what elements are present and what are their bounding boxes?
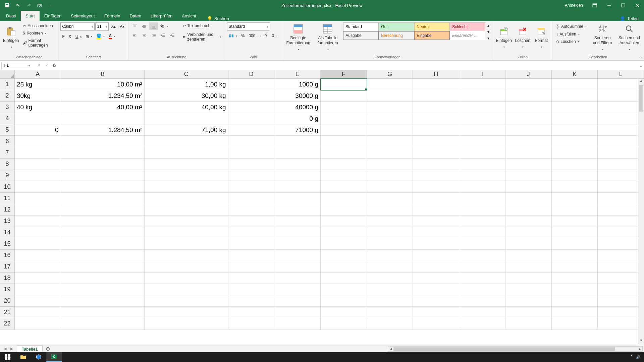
cell[interactable]: [413, 136, 459, 147]
cell[interactable]: [228, 79, 275, 90]
cell[interactable]: [552, 261, 598, 273]
italic-button[interactable]: K: [67, 33, 73, 40]
find-select-button[interactable]: Suchen und Auswählen: [616, 22, 642, 53]
cell[interactable]: [505, 124, 552, 136]
underline-button[interactable]: U: [74, 33, 84, 40]
cell[interactable]: [274, 227, 321, 238]
cell[interactable]: [552, 284, 598, 295]
cell[interactable]: [413, 170, 459, 181]
cell[interactable]: [413, 284, 459, 295]
cell[interactable]: [552, 102, 598, 113]
start-button[interactable]: [0, 352, 15, 362]
cell[interactable]: [459, 181, 505, 193]
font-size-combo[interactable]: 11: [95, 22, 109, 31]
cell[interactable]: 30,00 kg: [145, 90, 228, 102]
cell[interactable]: [367, 136, 413, 147]
cell[interactable]: [274, 261, 321, 273]
horizontal-scrollbar[interactable]: ◀ ▶: [388, 346, 643, 352]
scroll-up-button[interactable]: ▲: [638, 79, 644, 84]
autosum-button[interactable]: ∑AutoSumme: [554, 22, 588, 30]
cell[interactable]: [413, 250, 459, 261]
cell[interactable]: [15, 216, 61, 227]
clear-button[interactable]: ◇Löschen: [554, 38, 588, 45]
ribbon-display-button[interactable]: [588, 0, 602, 11]
cell[interactable]: [15, 113, 61, 124]
bold-button[interactable]: F: [60, 33, 66, 40]
cell[interactable]: [598, 124, 644, 136]
taskbar-edge[interactable]: [31, 352, 46, 362]
cell[interactable]: [321, 113, 367, 124]
cell[interactable]: 71,00 kg: [145, 124, 228, 136]
cell[interactable]: [552, 193, 598, 204]
collapse-ribbon-button[interactable]: ︿: [639, 54, 643, 59]
paste-button[interactable]: Einfügen: [2, 22, 20, 53]
column-header[interactable]: A: [15, 70, 61, 78]
cell[interactable]: [15, 273, 61, 284]
cell[interactable]: [459, 284, 505, 295]
cell[interactable]: [505, 159, 552, 170]
sheet-prev-button[interactable]: ◀: [2, 346, 8, 352]
cell-style-option[interactable]: Neutral: [414, 22, 450, 31]
cell[interactable]: [61, 227, 145, 238]
insert-cells-button[interactable]: Einfügen: [495, 22, 513, 53]
cell[interactable]: [505, 147, 552, 159]
cell[interactable]: [413, 307, 459, 318]
cell[interactable]: [145, 204, 228, 216]
fill-color-button[interactable]: 🪣: [95, 33, 106, 40]
border-button[interactable]: ⊞: [84, 33, 94, 40]
cell[interactable]: [321, 102, 367, 113]
cell[interactable]: [15, 193, 61, 204]
cell[interactable]: [413, 318, 459, 329]
cell[interactable]: [145, 318, 228, 329]
format-as-table-button[interactable]: Als Tabelle formatieren: [314, 22, 342, 53]
cell[interactable]: [321, 250, 367, 261]
cell[interactable]: [367, 284, 413, 295]
cell[interactable]: [598, 159, 644, 170]
row-header[interactable]: 8: [0, 159, 15, 170]
cell[interactable]: [15, 318, 61, 329]
font-color-button[interactable]: A: [107, 33, 117, 40]
cell[interactable]: [367, 216, 413, 227]
search-box[interactable]: 💡Suchen: [204, 16, 232, 21]
cell[interactable]: 71000 g: [274, 124, 321, 136]
cell[interactable]: [321, 79, 367, 90]
decrease-decimal-button[interactable]: .0→: [269, 33, 280, 39]
cell[interactable]: [274, 216, 321, 227]
cell[interactable]: [145, 113, 228, 124]
tab-data[interactable]: Daten: [125, 11, 146, 21]
cell[interactable]: [459, 318, 505, 329]
cell[interactable]: [367, 181, 413, 193]
cell[interactable]: [321, 170, 367, 181]
cell[interactable]: [145, 227, 228, 238]
row-header[interactable]: 14: [0, 227, 15, 238]
cell[interactable]: [145, 284, 228, 295]
cell[interactable]: [321, 136, 367, 147]
column-header[interactable]: F: [321, 70, 367, 78]
new-sheet-button[interactable]: ⊕: [44, 345, 51, 353]
tab-review[interactable]: Überprüfen: [146, 11, 177, 21]
gallery-down-button[interactable]: ▾: [486, 29, 491, 35]
scroll-down-button[interactable]: ▼: [638, 339, 644, 344]
cell[interactable]: [367, 273, 413, 284]
cell[interactable]: [459, 273, 505, 284]
cell[interactable]: [598, 136, 644, 147]
cell[interactable]: [61, 318, 145, 329]
cell[interactable]: [598, 295, 644, 307]
tray-chevron-icon[interactable]: ˄: [631, 355, 633, 359]
cell[interactable]: [15, 295, 61, 307]
cell[interactable]: [552, 295, 598, 307]
row-header[interactable]: 7: [0, 147, 15, 159]
increase-indent-button[interactable]: [168, 32, 177, 39]
row-header[interactable]: 11: [0, 193, 15, 204]
cell[interactable]: [228, 181, 275, 193]
cell[interactable]: [61, 170, 145, 181]
cell[interactable]: [61, 295, 145, 307]
cell[interactable]: [459, 147, 505, 159]
row-header[interactable]: 15: [0, 238, 15, 250]
cell[interactable]: [505, 216, 552, 227]
cell[interactable]: [367, 113, 413, 124]
row-header[interactable]: 17: [0, 261, 15, 273]
cell[interactable]: [228, 250, 275, 261]
cell[interactable]: [145, 216, 228, 227]
cell[interactable]: [145, 147, 228, 159]
